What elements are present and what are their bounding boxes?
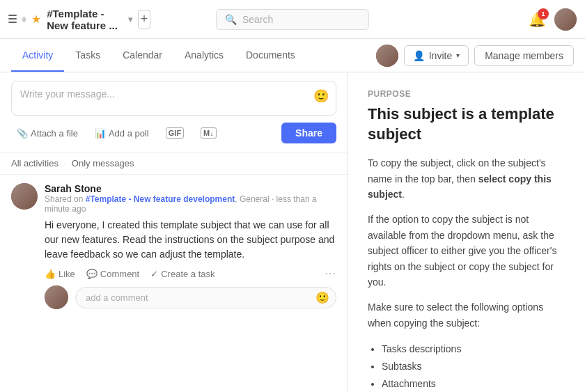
comment-input-wrapper: add a comment 🙂 <box>75 287 336 308</box>
notification-bell[interactable]: 🔔 1 <box>529 11 546 28</box>
comment-placeholder: add a comment <box>86 292 148 303</box>
invite-button[interactable]: 👤 Invite ▾ <box>404 45 469 66</box>
task-icon: ✓ <box>150 269 158 279</box>
activity-filter: All activities · Only messages <box>0 152 348 175</box>
thumbs-up-icon: 👍 <box>45 269 56 279</box>
activity-feed: Sarah Stone Shared on #Template - New fe… <box>0 175 348 392</box>
subnav: Activity Tasks Calendar Analytics Docume… <box>0 39 585 72</box>
post-channel-suffix: , General <box>235 194 269 204</box>
markdown-button[interactable]: M↓ <box>195 125 222 141</box>
like-button[interactable]: 👍 Like <box>45 269 75 279</box>
list-item: Subtasks <box>382 358 566 375</box>
paperclip-icon: 📎 <box>17 128 28 139</box>
list-item: Attachments <box>382 375 566 392</box>
post-content: Sarah Stone Shared on #Template - New fe… <box>45 183 336 309</box>
invite-chevron-icon: ▾ <box>456 52 460 59</box>
subnav-right: 👤 Invite ▾ Manage members <box>376 45 574 67</box>
status-dot <box>22 17 26 22</box>
topbar-left: ★ #Template - New feature ... ▾ + <box>8 8 150 31</box>
post-text: Hi everyone, I created this template sub… <box>45 218 336 262</box>
purpose-section-label: Purpose <box>368 89 566 99</box>
attach-file-button[interactable]: 📎 Attach a file <box>11 125 84 141</box>
activity-post: Sarah Stone Shared on #Template - New fe… <box>11 183 336 309</box>
message-placeholder: Write your message... <box>20 88 115 100</box>
add-poll-button[interactable]: 📊 Add a poll <box>89 125 155 141</box>
poll-icon: 📊 <box>95 128 106 139</box>
share-button[interactable]: Share <box>281 123 336 143</box>
comment-area: add a comment 🙂 <box>45 285 336 309</box>
user-avatar[interactable] <box>554 8 577 31</box>
comment-emoji-button[interactable]: 🙂 <box>315 291 329 304</box>
comment-input[interactable]: add a comment <box>75 287 336 308</box>
subnav-tabs: Activity Tasks Calendar Analytics Docume… <box>11 39 376 72</box>
member-avatar[interactable] <box>376 45 398 67</box>
post-author-avatar <box>11 183 38 210</box>
more-options-button[interactable]: ··· <box>325 267 336 280</box>
post-author-name: Sarah Stone <box>45 183 336 194</box>
post-actions: 👍 Like 💬 Comment ✓ Create a task ··· <box>45 267 336 280</box>
right-panel: Purpose This subject is a template subje… <box>348 72 585 392</box>
tab-activity[interactable]: Activity <box>11 39 64 72</box>
breadcrumb-text: #Template - New feature ... <box>47 8 124 31</box>
topbar-center: 🔍 Search <box>150 9 435 30</box>
comment-icon: 💬 <box>86 269 98 279</box>
message-input-area[interactable]: Write your message... 🙂 <box>11 81 336 116</box>
tab-analytics[interactable]: Analytics <box>173 39 235 72</box>
search-bar[interactable]: 🔍 Search <box>216 9 369 30</box>
post-channel-link[interactable]: #Template - New feature development <box>86 194 235 204</box>
gif-button[interactable]: GIF <box>160 125 189 141</box>
chevron-down-icon[interactable]: ▾ <box>128 15 132 24</box>
markdown-icon: M↓ <box>201 127 217 139</box>
add-button[interactable]: + <box>138 10 150 29</box>
purpose-title: This subject is a template subject <box>368 104 566 144</box>
left-panel: Write your message... 🙂 📎 Attach a file … <box>0 72 348 392</box>
filter-all[interactable]: All activities <box>11 158 58 168</box>
emoji-button-compose[interactable]: 🙂 <box>313 88 329 104</box>
hamburger-icon[interactable] <box>8 15 17 24</box>
gif-icon: GIF <box>166 127 184 139</box>
tab-calendar[interactable]: Calendar <box>111 39 173 72</box>
purpose-list: Tasks descriptions Subtasks Attachments … <box>368 340 566 392</box>
post-shared-prefix: Shared on <box>45 194 86 204</box>
search-placeholder: Search <box>242 14 273 25</box>
topbar-right: 🔔 1 <box>435 8 577 31</box>
tab-documents[interactable]: Documents <box>235 39 306 72</box>
tab-tasks[interactable]: Tasks <box>64 39 111 72</box>
create-task-button[interactable]: ✓ Create a task <box>150 269 214 279</box>
post-meta: Shared on #Template - New feature develo… <box>45 194 336 214</box>
topbar: ★ #Template - New feature ... ▾ + 🔍 Sear… <box>0 0 585 39</box>
purpose-para1: To copy the subject, click on the subjec… <box>368 155 566 202</box>
purpose-para3: Make sure to select the following option… <box>368 299 566 331</box>
purpose-para2: If the option to copy the subject is not… <box>368 212 566 290</box>
star-icon[interactable]: ★ <box>31 13 41 26</box>
message-compose: Write your message... 🙂 📎 Attach a file … <box>0 72 348 152</box>
filter-messages[interactable]: Only messages <box>72 158 134 168</box>
filter-separator: · <box>64 158 67 168</box>
compose-toolbar: 📎 Attach a file 📊 Add a poll GIF M↓ Shar… <box>11 123 336 143</box>
manage-members-button[interactable]: Manage members <box>474 45 574 66</box>
main-content: Write your message... 🙂 📎 Attach a file … <box>0 72 585 392</box>
invite-icon: 👤 <box>413 50 425 61</box>
commenter-avatar <box>45 285 68 309</box>
plus-icon: + <box>141 12 148 26</box>
search-icon: 🔍 <box>225 14 237 25</box>
breadcrumb-title: #Template - New feature ... ▾ <box>47 8 132 31</box>
list-item: Tasks descriptions <box>382 340 566 358</box>
notification-badge: 1 <box>538 8 549 19</box>
comment-button[interactable]: 💬 Comment <box>86 269 139 279</box>
